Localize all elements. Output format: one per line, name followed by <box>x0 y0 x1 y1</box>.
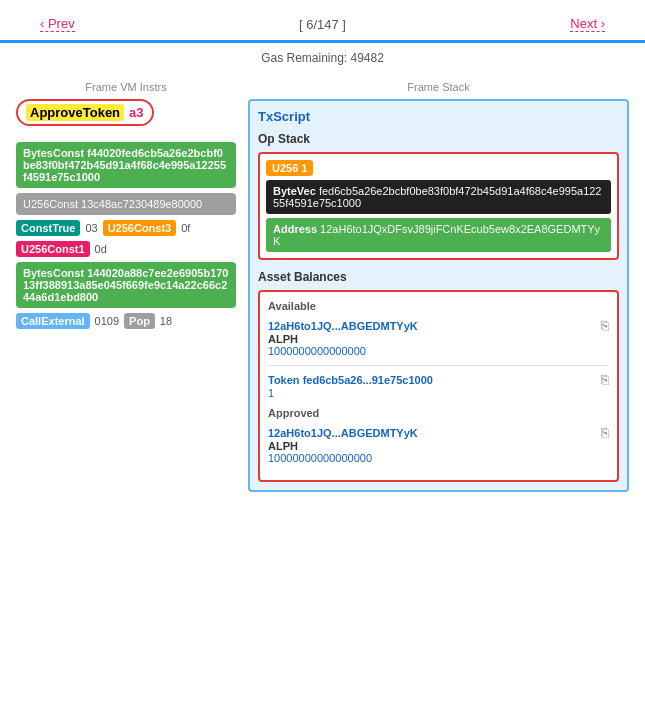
asset-address-1: 12aH6to1JQ...ABGEDMTYyK <box>268 320 418 332</box>
asset-entry-2-row: Token fed6cb5a26...91e75c1000 ⎘ <box>268 372 609 387</box>
left-panel-title: Frame VM Instrs <box>16 81 236 93</box>
approved-entry-1: 12aH6to1JQ...ABGEDMTYyK ⎘ ALPH 100000000… <box>268 425 609 464</box>
txscript-box: TxScript Op Stack U256 1 ByteVec fed6cb5… <box>248 99 629 492</box>
asset-entry-2: Token fed6cb5a26...91e75c1000 ⎘ 1 <box>268 372 609 399</box>
asset-token-1: ALPH <box>268 333 609 345</box>
instr-bytesconst-2: BytesConst 144020a88c7ee2e6905b17013ff38… <box>16 262 236 308</box>
asset-entry-1-row: 12aH6to1JQ...ABGEDMTYyK ⎘ <box>268 318 609 333</box>
prev-button[interactable]: ‹ Prev <box>40 16 75 32</box>
header-nav: ‹ Prev [ 6/147 ] Next › <box>0 0 645 43</box>
instr-bytesconst-1: BytesConst f44020fed6cb5a26e2bcbf0be83f0… <box>16 142 236 188</box>
next-button[interactable]: Next › <box>570 16 605 32</box>
available-subtitle: Available <box>268 300 609 312</box>
pop-badge: Pop <box>124 313 155 329</box>
copy-icon-2[interactable]: ⎘ <box>601 372 609 387</box>
address-block: Address 12aH6to1JQxDFsvJ89jiFCnKEcub5ew8… <box>266 218 611 252</box>
divider-1 <box>268 365 609 366</box>
instr-inline-3: CallExternal 0109 Pop 18 <box>16 313 236 329</box>
address-value: 12aH6to1JQxDFsvJ89jiFCnKEcub5ew8x2EA8GED… <box>273 223 600 247</box>
opstack-title: Op Stack <box>258 132 619 146</box>
approved-subtitle: Approved <box>268 407 609 419</box>
approved-token-1: ALPH <box>268 440 609 452</box>
asset-balances: Asset Balances Available 12aH6to1JQ...AB… <box>258 270 619 482</box>
right-panel-title: Frame Stack <box>248 81 629 93</box>
u256const3-badge: U256Const3 <box>103 220 177 236</box>
consttrue-badge: ConstTrue <box>16 220 80 236</box>
instr-inline-1: ConstTrue 03 U256Const3 0f <box>16 220 236 236</box>
left-panel: Frame VM Instrs ApproveToken a3 BytesCon… <box>16 81 236 492</box>
asset-amount-2: 1 <box>268 387 609 399</box>
approve-token-label: ApproveToken <box>26 104 124 121</box>
approve-token-wrapper: ApproveToken a3 <box>16 99 154 126</box>
instr-inline-2: U256Const1 0d <box>16 241 236 257</box>
callexternal-badge: CallExternal <box>16 313 90 329</box>
copy-icon-3[interactable]: ⎘ <box>601 425 609 440</box>
asset-amount-1: 1000000000000000 <box>268 345 609 357</box>
instr-u256const: U256Const 13c48ac7230489e80000 <box>16 193 236 215</box>
nav-counter: [ 6/147 ] <box>299 17 346 32</box>
copy-icon-1[interactable]: ⎘ <box>601 318 609 333</box>
asset-section: Available 12aH6to1JQ...ABGEDMTYyK ⎘ ALPH… <box>258 290 619 482</box>
right-panel: Frame Stack TxScript Op Stack U256 1 Byt… <box>248 81 629 492</box>
bytevec-block: ByteVec fed6cb5a26e2bcbf0be83f0bf472b45d… <box>266 180 611 214</box>
txscript-title: TxScript <box>258 109 619 124</box>
bytevec-value: fed6cb5a26e2bcbf0be83f0bf472b45d91a4f68c… <box>273 185 601 209</box>
gas-remaining: Gas Remaining: 49482 <box>0 43 645 73</box>
asset-address-2: Token fed6cb5a26...91e75c1000 <box>268 374 433 386</box>
approved-section: Approved 12aH6to1JQ...ABGEDMTYyK ⎘ ALPH … <box>268 407 609 464</box>
asset-entry-1: 12aH6to1JQ...ABGEDMTYyK ⎘ ALPH 100000000… <box>268 318 609 357</box>
u256const1-badge: U256Const1 <box>16 241 90 257</box>
main-content: Frame VM Instrs ApproveToken a3 BytesCon… <box>0 73 645 500</box>
approved-amount-1: 10000000000000000 <box>268 452 609 464</box>
approved-address-1: 12aH6to1JQ...ABGEDMTYyK <box>268 427 418 439</box>
approved-entry-1-row: 12aH6to1JQ...ABGEDMTYyK ⎘ <box>268 425 609 440</box>
opstack-box: U256 1 ByteVec fed6cb5a26e2bcbf0be83f0bf… <box>258 152 619 260</box>
approve-token-value: a3 <box>129 105 143 120</box>
asset-balances-title: Asset Balances <box>258 270 619 284</box>
u256-badge: U256 1 <box>266 160 313 176</box>
